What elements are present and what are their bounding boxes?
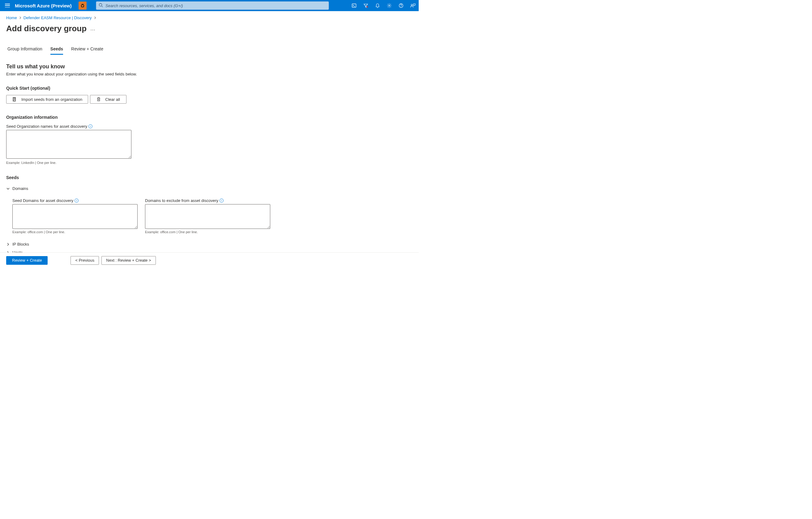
accordion-domains-label: Domains: [12, 186, 28, 191]
seeds-heading: Seeds: [6, 175, 412, 180]
chevron-right-icon: [6, 242, 10, 246]
seed-domains-hint: Example: office.com | One per line.: [12, 230, 138, 234]
accordion-ip-blocks-label: IP Blocks: [12, 242, 29, 247]
trash-icon: [96, 97, 101, 102]
org-names-label: Seed Organization names for asset discov…: [6, 124, 87, 129]
seed-domains-label: Seed Domains for asset discovery: [12, 198, 73, 203]
more-actions-button[interactable]: ⋯: [90, 24, 95, 33]
hamburger-button[interactable]: [0, 0, 15, 11]
bug-icon: [80, 3, 85, 8]
breadcrumb-discovery[interactable]: Defender EASM Resource | Discovery: [24, 16, 92, 20]
bell-icon: [375, 3, 380, 8]
svg-line-2: [102, 6, 103, 7]
svg-point-6: [389, 5, 390, 6]
import-icon: [12, 97, 17, 102]
org-info-heading: Organization information: [6, 115, 412, 120]
help-button[interactable]: [395, 0, 407, 11]
cloud-shell-icon: [352, 3, 356, 8]
tab-seeds[interactable]: Seeds: [50, 47, 63, 55]
clear-all-label: Clear all: [105, 97, 120, 102]
svg-point-8: [401, 6, 401, 7]
tabs: Group Information Seeds Review + Create: [7, 47, 419, 55]
svg-point-1: [99, 3, 102, 6]
topbar-icon-group: [348, 0, 419, 11]
filter-icon: [363, 3, 368, 8]
info-icon[interactable]: i: [220, 199, 224, 203]
seed-domains-textarea[interactable]: [12, 204, 138, 229]
brand-label[interactable]: Microsoft Azure (Preview): [15, 3, 77, 8]
accordion-ip-blocks[interactable]: IP Blocks: [6, 240, 412, 248]
review-create-button[interactable]: Review + Create: [6, 256, 48, 265]
next-button[interactable]: Next : Review + Create >: [102, 256, 155, 265]
hamburger-icon: [5, 4, 10, 7]
search-input[interactable]: [96, 2, 329, 9]
info-icon[interactable]: i: [75, 199, 79, 203]
global-search: [96, 2, 329, 9]
page-head: Home Defender EASM Resource | Discovery …: [0, 11, 419, 33]
svg-rect-11: [14, 98, 16, 101]
tab-review-create[interactable]: Review + Create: [71, 47, 103, 55]
notifications-button[interactable]: [372, 0, 383, 11]
tab-group-information[interactable]: Group Information: [7, 47, 42, 55]
page-title: Add discovery group: [6, 24, 87, 33]
breadcrumb-home[interactable]: Home: [6, 16, 17, 20]
info-icon[interactable]: i: [88, 124, 92, 128]
help-icon: [399, 3, 404, 8]
exclude-domains-hint: Example: office.com | One per line.: [145, 230, 270, 234]
content: Tell us what you know Enter what you kno…: [0, 55, 419, 268]
org-names-hint: Example: LinkedIn | One per line.: [6, 161, 412, 165]
svg-point-9: [411, 4, 412, 6]
org-names-textarea[interactable]: [6, 130, 132, 159]
intro-sub: Enter what you know about your organizat…: [6, 72, 412, 77]
chevron-down-icon: [6, 187, 10, 191]
settings-button[interactable]: [383, 0, 395, 11]
cloud-shell-button[interactable]: [348, 0, 360, 11]
accordion-domains[interactable]: Domains: [6, 184, 412, 193]
footer: Review + Create < Previous Next : Review…: [0, 252, 419, 268]
previous-button[interactable]: < Previous: [70, 256, 99, 265]
feedback-button[interactable]: [407, 0, 419, 11]
import-seeds-label: Import seeds from an organization: [21, 97, 82, 102]
quick-start-heading: Quick Start (optional): [6, 86, 412, 91]
exclude-domains-textarea[interactable]: [145, 204, 270, 229]
chevron-right-icon: [94, 16, 96, 20]
person-feedback-icon: [410, 3, 415, 8]
preview-bug-badge[interactable]: [79, 2, 87, 9]
exclude-domains-label: Domains to exclude from asset discovery: [145, 198, 218, 203]
topbar: Microsoft Azure (Preview): [0, 0, 419, 11]
gear-icon: [387, 3, 392, 8]
domains-panel: Seed Domains for asset discovery i Examp…: [6, 193, 412, 240]
breadcrumb: Home Defender EASM Resource | Discovery: [6, 16, 412, 20]
svg-point-5: [367, 6, 368, 7]
import-seeds-button[interactable]: Import seeds from an organization: [6, 95, 88, 104]
search-icon: [99, 3, 103, 8]
chevron-right-icon: [19, 16, 22, 20]
intro-heading: Tell us what you know: [6, 63, 412, 70]
svg-rect-3: [352, 4, 356, 7]
directory-switch-button[interactable]: [360, 0, 372, 11]
clear-all-button[interactable]: Clear all: [90, 95, 126, 104]
